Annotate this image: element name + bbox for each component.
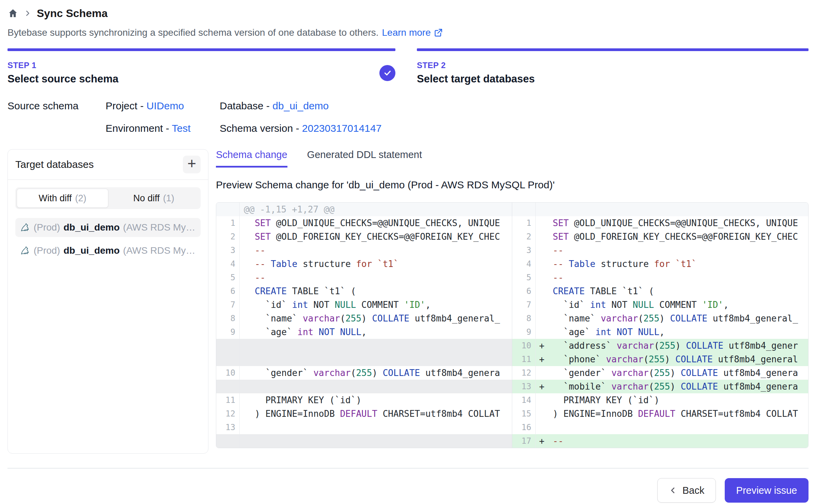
source-project: Project - UIDemo (106, 100, 220, 112)
line-number: 4 (216, 257, 240, 271)
database-environment: (Prod) (34, 222, 60, 233)
database-list-item[interactable]: (Prod) db_ui_demo (AWS RDS MyS… (15, 241, 201, 260)
tab-with-diff[interactable]: With diff (2) (17, 189, 108, 208)
plus-icon: + (187, 156, 196, 171)
diff-sign (536, 257, 553, 271)
code-line: -- Table structure for `t1` (255, 257, 512, 271)
database-link[interactable]: db_ui_demo (272, 100, 329, 111)
code-line: -- (255, 243, 512, 257)
code-line: CREATE TABLE `t1` ( (255, 284, 512, 298)
with-diff-label: With diff (38, 193, 72, 204)
external-link-icon (434, 28, 443, 37)
line-number: 12 (216, 407, 240, 421)
code-line (255, 339, 512, 352)
tab-no-diff[interactable]: No diff (1) (108, 189, 199, 208)
line-number: 7 (512, 298, 536, 312)
line-number (216, 434, 240, 448)
database-name: db_ui_demo (63, 245, 120, 256)
step-1-title: Select source schema (7, 73, 119, 85)
line-number (216, 203, 240, 216)
schema-version-link[interactable]: 20230317014147 (302, 123, 382, 134)
dash-separator: - (293, 123, 302, 134)
diff-sign (240, 257, 255, 271)
page-title: Sync Schema (37, 7, 108, 20)
diff-sign (536, 298, 553, 312)
diff-code-row: 3-- (512, 243, 808, 257)
diff-sign: + (536, 380, 553, 393)
dash-separator: - (137, 100, 146, 111)
chevron-right-icon (24, 10, 31, 17)
code-line: SET @OLD_UNIQUE_CHECKS=@@UNIQUE_CHECKS, … (255, 216, 512, 230)
line-number: 12 (512, 366, 536, 380)
code-line: -- Table structure for `t1` (553, 257, 808, 271)
environment-field-name: Environment (106, 123, 163, 134)
back-button[interactable]: Back (657, 478, 716, 503)
code-line: `phone` varchar(255) COLLATE utf8mb4_gen… (553, 352, 808, 366)
diff-sign (240, 366, 255, 380)
learn-more-label: Learn more (382, 27, 431, 38)
tab-generated-ddl[interactable]: Generated DDL statement (307, 149, 422, 168)
line-number: 10 (216, 366, 240, 380)
environment-link[interactable]: Test (172, 123, 191, 134)
diff-filler-row (216, 380, 512, 393)
diff-code-row: 15) ENGINE=InnoDB DEFAULT CHARSET=utf8mb… (512, 407, 808, 421)
tab-schema-change[interactable]: Schema change (216, 149, 287, 168)
line-number (216, 352, 240, 366)
source-schema-summary: Source schema Project - UIDemo Database … (7, 100, 809, 134)
line-number: 11 (512, 352, 536, 366)
no-diff-count: (1) (163, 193, 174, 204)
diff-code-row: 8 `name` varchar(255) COLLATE utf8mb4_ge… (512, 312, 808, 325)
code-line (255, 352, 512, 366)
diff-code-row: 9 `age` int NOT NULL, (216, 325, 512, 339)
line-number (512, 203, 536, 216)
diff-sign (536, 243, 553, 257)
diff-code-row: 10+ `address` varchar(255) COLLATE utf8m… (512, 339, 808, 352)
chevron-left-icon (669, 486, 677, 494)
code-line: -- (553, 434, 808, 448)
page-description: Bytebase supports synchronizing a specif… (7, 27, 809, 38)
diff-source-pane: @@ -1,15 +1,27 @@1SET @OLD_UNIQUE_CHECKS… (216, 203, 512, 448)
diff-sign: + (536, 434, 553, 448)
diff-hunk-row: @@ -1,15 +1,27 @@ (216, 203, 512, 216)
code-line: `gender` varchar(255) COLLATE utf8mb4_ge… (255, 366, 512, 380)
preview-issue-button[interactable]: Preview issue (725, 478, 809, 503)
preview-tabs: Schema change Generated DDL statement (216, 149, 809, 168)
add-target-database-button[interactable]: + (183, 156, 201, 173)
code-line: PRIMARY KEY (`id`) (553, 393, 808, 407)
line-number: 6 (216, 284, 240, 298)
home-icon[interactable] (7, 8, 18, 19)
diff-code-row: 5-- (216, 271, 512, 284)
code-line (255, 380, 512, 393)
source-environment: Environment - Test (106, 123, 220, 134)
schema-version-field-name: Schema version (220, 123, 293, 134)
target-database-list: (Prod) db_ui_demo (AWS RDS MyS… (Prod) d… (15, 218, 201, 260)
line-number: 10 (512, 339, 536, 352)
step-2-title: Select target databases (417, 73, 535, 85)
diff-filler-row (216, 352, 512, 366)
line-number: 3 (512, 243, 536, 257)
diff-code-row: 11+ `phone` varchar(255) COLLATE utf8mb4… (512, 352, 808, 366)
code-line (255, 434, 512, 448)
diff-code-row: 10 `gender` varchar(255) COLLATE utf8mb4… (216, 366, 512, 380)
project-link[interactable]: UIDemo (146, 100, 184, 111)
learn-more-link[interactable]: Learn more (382, 27, 443, 38)
diff-sign (240, 434, 255, 448)
target-databases-title: Target databases (15, 159, 94, 170)
line-number (216, 380, 240, 393)
diff-code-row: 13+ `mobile` varchar(255) COLLATE utf8mb… (512, 380, 808, 393)
code-line: `id` int NOT NULL COMMENT 'ID', (553, 298, 808, 312)
code-line: `name` varchar(255) COLLATE utf8mb4_gene… (553, 312, 808, 325)
code-line: SET @OLD_FOREIGN_KEY_CHECKS=@@FOREIGN_KE… (553, 230, 808, 243)
footer-actions: Back Preview issue (7, 469, 809, 503)
diff-hunk-row (512, 203, 808, 216)
diff-sign (240, 216, 255, 230)
line-number: 4 (512, 257, 536, 271)
code-line: `name` varchar(255) COLLATE utf8mb4_gene… (255, 312, 512, 325)
diff-code-row: 17+-- (512, 434, 808, 448)
diff-sign (240, 393, 255, 407)
dash-separator: - (163, 123, 172, 134)
code-line: `id` int NOT NULL COMMENT 'ID', (255, 298, 512, 312)
diff-code-row: 6CREATE TABLE `t1` ( (512, 284, 808, 298)
database-list-item[interactable]: (Prod) db_ui_demo (AWS RDS MyS… (15, 218, 201, 237)
diff-sign (536, 366, 553, 380)
